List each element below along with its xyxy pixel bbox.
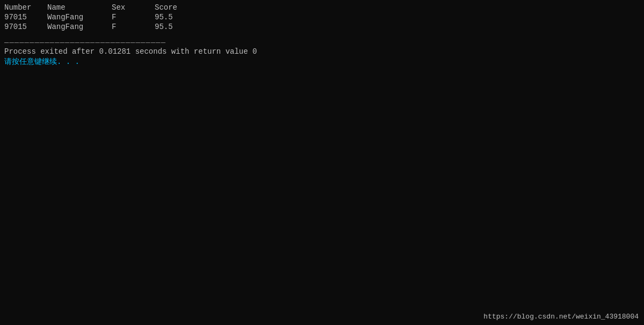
row2-name: WangFang	[47, 23, 112, 31]
terminal-window: Number Name Sex Score 97015 WangFang F 9…	[0, 0, 644, 325]
watermark-url: https://blog.csdn.net/weixin_43918004	[483, 313, 639, 321]
header-sex: Sex	[112, 3, 155, 12]
table-header: Number Name Sex Score	[4, 3, 640, 12]
row1-score: 95.5	[155, 13, 198, 21]
table-row: 97015 WangFang F 95.5	[4, 13, 640, 21]
continue-prompt: 请按任意键继续. . .	[4, 57, 640, 67]
row1-sex: F	[112, 13, 155, 21]
row1-number: 97015	[4, 13, 47, 21]
row2-sex: F	[112, 23, 155, 31]
row2-number: 97015	[4, 23, 47, 31]
header-name: Name	[47, 3, 112, 12]
separator-line: ________________________________	[4, 35, 640, 44]
header-number: Number	[4, 3, 47, 12]
header-score: Score	[155, 3, 198, 12]
table-row: 97015 WangFang F 95.5	[4, 23, 640, 31]
row2-score: 95.5	[155, 23, 198, 31]
process-exit-line: Process exited after 0.01281 seconds wit…	[4, 47, 640, 56]
row1-name: WangFang	[47, 13, 112, 21]
